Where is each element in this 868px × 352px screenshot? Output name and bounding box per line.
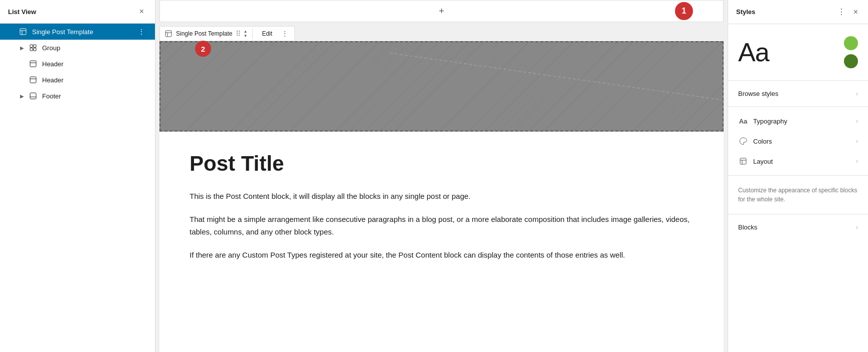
post-paragraph-3: If there are any Custom Post Types regis… xyxy=(190,249,693,262)
post-content: Post Title This is the Post Content bloc… xyxy=(159,132,724,352)
post-body: This is the Post Content block, it will … xyxy=(190,190,693,261)
browse-styles-label: Browse styles xyxy=(738,90,778,97)
block-icon xyxy=(28,75,38,85)
color-circles xyxy=(844,36,858,68)
block-toolbar-name: Single Post Template xyxy=(176,30,233,37)
styles-divider-3 xyxy=(728,214,868,214)
tree-item-label: Header xyxy=(42,60,147,68)
colors-label: Colors xyxy=(753,138,772,145)
tree-items: Single Post Template ⋮ ▶ Group xyxy=(0,24,155,352)
add-block-bar[interactable]: + 1 xyxy=(159,0,724,22)
tree-item-header-2[interactable]: Header xyxy=(0,72,155,88)
block-icon xyxy=(28,59,38,69)
color-circle-dark xyxy=(844,54,858,68)
typography-chevron: › xyxy=(856,118,858,125)
styles-body: Browse styles › Aa Typography › Colors xyxy=(728,81,868,352)
colors-chevron: › xyxy=(856,138,858,145)
footer-block-icon xyxy=(28,91,38,101)
left-panel: List View × Single Post Template ⋮ ▶ xyxy=(0,0,155,352)
tree-item-footer[interactable]: ▶ Footer xyxy=(0,88,155,104)
svg-rect-9 xyxy=(30,77,36,83)
styles-row-typography[interactable]: Aa Typography › xyxy=(728,111,868,131)
list-view-header: List View × xyxy=(0,0,155,24)
main-canvas: + 1 Single Post Template ⠿ ▲ ▼ Edit ⋮ 2 … xyxy=(155,0,728,352)
tree-item-options-button[interactable]: ⋮ xyxy=(136,27,147,37)
styles-row-layout[interactable]: Layout › xyxy=(728,151,868,171)
svg-rect-5 xyxy=(30,48,33,51)
svg-rect-6 xyxy=(34,48,36,51)
typography-icon: Aa xyxy=(738,116,748,126)
block-toolbar-arrows[interactable]: ▲ ▼ xyxy=(244,29,248,38)
tree-item-header-1[interactable]: Header xyxy=(0,56,155,72)
toolbar-edit-button[interactable]: Edit xyxy=(258,29,276,38)
styles-title: Styles xyxy=(736,8,755,16)
badge-2: 2 xyxy=(195,41,211,57)
blocks-label: Blocks xyxy=(738,223,757,231)
blocks-row[interactable]: Blocks › xyxy=(728,218,868,236)
block-toolbar-icon xyxy=(164,29,173,38)
typography-label: Typography xyxy=(753,118,787,125)
list-view-close-button[interactable]: × xyxy=(136,6,147,17)
template-icon xyxy=(18,27,28,37)
tree-item-label: Single Post Template xyxy=(32,28,136,36)
post-paragraph-2: That might be a simple arrangement like … xyxy=(190,213,693,239)
badge-1: 1 xyxy=(675,2,693,20)
list-view-title: List View xyxy=(8,8,36,16)
styles-description: Customize the appearance of specific blo… xyxy=(728,180,868,210)
tree-item-label: Header xyxy=(42,76,147,84)
styles-menu-button[interactable]: ⋮ xyxy=(835,6,847,18)
tree-item-group[interactable]: ▶ Group xyxy=(0,40,155,56)
right-panel: Styles ⋮ × Aa Browse styles › Aa Typogra… xyxy=(728,0,868,352)
styles-row-left: Colors xyxy=(738,136,772,146)
toolbar-more-button[interactable]: ⋮ xyxy=(279,30,290,38)
expand-arrow xyxy=(8,29,16,35)
svg-rect-4 xyxy=(34,45,36,47)
svg-rect-3 xyxy=(30,45,33,47)
svg-rect-16 xyxy=(740,158,746,164)
color-circle-light xyxy=(844,36,858,50)
post-title: Post Title xyxy=(190,152,693,176)
styles-header-icons: ⋮ × xyxy=(835,6,860,18)
styles-preview: Aa xyxy=(728,24,868,81)
block-toolbar: Single Post Template ⠿ ▲ ▼ Edit ⋮ 2 xyxy=(159,26,295,41)
post-paragraph-1: This is the Post Content block, it will … xyxy=(190,190,693,203)
styles-divider-1 xyxy=(728,106,868,107)
svg-rect-11 xyxy=(30,93,36,99)
colors-icon xyxy=(738,136,748,146)
browse-styles-chevron: › xyxy=(856,90,858,97)
svg-rect-0 xyxy=(20,29,26,35)
styles-row-colors[interactable]: Colors › xyxy=(728,131,868,151)
styles-divider-2 xyxy=(728,175,868,176)
layout-chevron: › xyxy=(856,158,858,165)
blocks-chevron: › xyxy=(856,224,858,231)
drag-handle-icon[interactable]: ⠿ xyxy=(236,30,241,38)
tree-item-single-post-template[interactable]: Single Post Template ⋮ xyxy=(0,24,155,40)
expand-arrow-placeholder xyxy=(18,61,26,67)
svg-rect-7 xyxy=(30,61,36,67)
diagonal-line xyxy=(381,53,724,132)
styles-row-left: Layout xyxy=(738,156,773,166)
tree-item-label: Footer xyxy=(42,92,147,100)
styles-row-left: Aa Typography xyxy=(738,116,787,126)
expand-arrow: ▶ xyxy=(18,93,26,99)
browse-styles-row[interactable]: Browse styles › xyxy=(728,85,868,102)
plus-icon: + xyxy=(439,6,444,17)
typography-preview: Aa xyxy=(738,37,769,67)
styles-header: Styles ⋮ × xyxy=(728,0,868,24)
svg-rect-13 xyxy=(165,31,171,37)
styles-close-button[interactable]: × xyxy=(851,7,860,18)
layout-label: Layout xyxy=(753,158,773,165)
toolbar-separator xyxy=(252,29,253,39)
template-block xyxy=(159,41,724,132)
expand-arrow-placeholder xyxy=(18,77,26,83)
tree-item-label: Group xyxy=(42,44,147,52)
expand-arrow: ▶ xyxy=(18,45,26,51)
group-icon xyxy=(28,43,38,53)
layout-icon xyxy=(738,156,748,166)
